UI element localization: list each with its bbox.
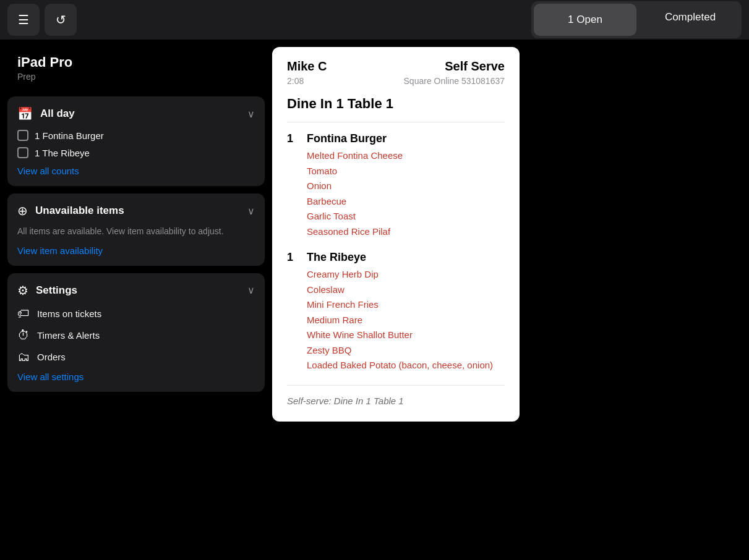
order-table-name: Dine In 1 Table 1 (287, 96, 505, 122)
mod-rice-pilaf: Seasoned Rice Pilaf (307, 225, 505, 239)
item-checkbox-2[interactable] (17, 147, 28, 158)
tab-open[interactable]: 1 Open (534, 4, 636, 36)
view-all-counts-link[interactable]: View all counts (17, 166, 255, 176)
sidebar-title: iPad Pro (17, 54, 255, 70)
main-content: iPad Pro Prep 📅 All day ∨ 1 Fontina Burg… (0, 40, 749, 560)
mod-tomato: Tomato (307, 164, 505, 179)
mod-baked-potato: Loaded Baked Potato (bacon, cheese, onio… (307, 358, 505, 373)
mod-fontina-cheese: Melted Fontina Cheese (307, 149, 505, 163)
top-bar: ☰ ↺ 1 Open Completed (0, 0, 749, 40)
order-type: Self Serve (445, 59, 505, 74)
mod-garlic-toast: Garlic Toast (307, 210, 505, 224)
order-source: Square Online 531081637 (404, 76, 505, 86)
settings-chevron-icon: ∨ (247, 284, 255, 296)
order-footer: Self-serve: Dine In 1 Table 1 (287, 385, 505, 407)
mod-french-fries: Mini French Fries (307, 298, 505, 312)
all-day-item-2: 1 The Ribeye (17, 147, 255, 158)
view-item-availability-link[interactable]: View item availability (17, 245, 255, 256)
unavailable-chevron-icon: ∨ (247, 205, 255, 217)
menu-button[interactable]: ☰ (7, 4, 40, 36)
item-label-1: 1 Fontina Burger (35, 130, 104, 141)
order-footer-text: Self-serve: Dine In 1 Table 1 (287, 396, 404, 406)
settings-card: ⚙ Settings ∨ 🏷 Items on tickets ⏱ Timers… (7, 273, 265, 392)
settings-gear-icon: ⚙ (17, 283, 28, 298)
mod-creamy-herb: Creamy Herb Dip (307, 268, 505, 282)
mod-zesty-bbq: Zesty BBQ (307, 344, 505, 358)
sidebar: iPad Pro Prep 📅 All day ∨ 1 Fontina Burg… (0, 40, 272, 560)
settings-items-list: 🏷 Items on tickets ⏱ Timers & Alerts 🗂 O… (17, 307, 255, 364)
order-meta: 2:08 Square Online 531081637 (287, 76, 505, 86)
all-day-card-header-left: 📅 All day (17, 106, 75, 121)
mod-medium-rare: Medium Rare (307, 313, 505, 328)
order-item-1-header: 1 Fontina Burger (287, 132, 505, 145)
order-item-2-qty: 1 (287, 251, 299, 264)
item-label-2: 1 The Ribeye (35, 148, 90, 158)
sidebar-subtitle: Prep (17, 72, 255, 82)
settings-item-timers[interactable]: ⏱ Timers & Alerts (17, 328, 255, 342)
unavailable-card-header-left: ⊕ Unavailable items (17, 203, 124, 218)
order-item-2-mods: Creamy Herb Dip Coleslaw Mini French Fri… (287, 268, 505, 373)
order-time: 2:08 (287, 76, 304, 86)
orders-label: Orders (37, 352, 66, 362)
mod-onion: Onion (307, 179, 505, 193)
order-area: Mike C Self Serve 2:08 Square Online 531… (272, 40, 749, 560)
unavailable-card-title: Unavailable items (35, 205, 124, 217)
orders-icon: 🗂 (17, 350, 30, 364)
view-all-settings-link[interactable]: View all settings (17, 371, 255, 382)
settings-card-title: Settings (36, 284, 77, 297)
all-day-card-header[interactable]: 📅 All day ∨ (17, 106, 255, 121)
settings-card-header-left: ⚙ Settings (17, 283, 77, 298)
all-day-chevron-icon: ∨ (247, 108, 255, 120)
timers-label: Timers & Alerts (37, 330, 100, 341)
settings-item-tickets[interactable]: 🏷 Items on tickets (17, 307, 255, 321)
refresh-icon: ↺ (56, 12, 66, 27)
all-day-items: 1 Fontina Burger 1 The Ribeye (17, 130, 255, 158)
order-item-2: 1 The Ribeye Creamy Herb Dip Coleslaw Mi… (287, 251, 505, 373)
all-day-item-1: 1 Fontina Burger (17, 130, 255, 141)
settings-item-orders[interactable]: 🗂 Orders (17, 350, 255, 364)
order-item-1-mods: Melted Fontina Cheese Tomato Onion Barbe… (287, 149, 505, 239)
tab-completed[interactable]: Completed (639, 1, 742, 33)
calendar-icon: 📅 (17, 106, 33, 121)
menu-icon: ☰ (18, 12, 29, 27)
customer-name: Mike C (287, 59, 327, 74)
tab-group: 1 Open Completed (531, 1, 742, 38)
all-day-card-title: All day (40, 108, 75, 120)
unavailable-card-header[interactable]: ⊕ Unavailable items ∨ (17, 203, 255, 218)
unavailable-card: ⊕ Unavailable items ∨ All items are avai… (7, 193, 265, 266)
timers-icon: ⏱ (17, 328, 30, 342)
top-bar-left-buttons: ☰ ↺ (7, 4, 77, 36)
item-checkbox-1[interactable] (17, 130, 28, 141)
unavailable-icon: ⊕ (17, 203, 28, 218)
order-card-header: Mike C Self Serve (287, 59, 505, 74)
sidebar-header: iPad Pro Prep (7, 47, 265, 89)
order-card: Mike C Self Serve 2:08 Square Online 531… (272, 47, 520, 422)
all-day-card: 📅 All day ∨ 1 Fontina Burger 1 The Ribey… (7, 96, 265, 186)
order-item-2-name: The Ribeye (307, 251, 366, 264)
settings-card-header[interactable]: ⚙ Settings ∨ (17, 283, 255, 298)
refresh-button[interactable]: ↺ (45, 4, 77, 36)
mod-shallot-butter: White Wine Shallot Butter (307, 328, 505, 342)
order-item-1: 1 Fontina Burger Melted Fontina Cheese T… (287, 132, 505, 239)
tickets-icon: 🏷 (17, 307, 30, 321)
order-item-2-header: 1 The Ribeye (287, 251, 505, 264)
mod-barbecue: Barbecue (307, 195, 505, 209)
mod-coleslaw: Coleslaw (307, 283, 505, 297)
order-item-1-qty: 1 (287, 132, 299, 145)
tickets-label: Items on tickets (37, 308, 101, 319)
order-item-1-name: Fontina Burger (307, 132, 387, 145)
unavailable-description: All items are available. View item avail… (17, 226, 255, 238)
